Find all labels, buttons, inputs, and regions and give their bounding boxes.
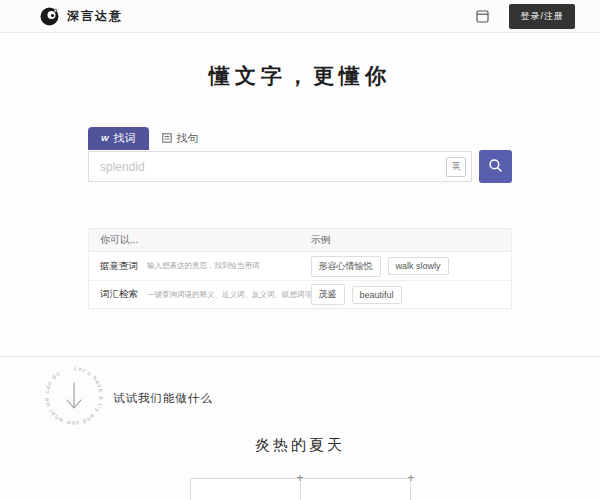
top-bar: 深言达意 登录/注册 (0, 0, 600, 33)
table-row: 词汇检索 一键查询词语的释义、近义词、反义词、联想词等 茂盛 beautiful (89, 280, 511, 308)
example-chip[interactable]: beautiful (352, 286, 402, 304)
search-button[interactable] (479, 150, 512, 183)
search-panel: W 找词 找句 英 (88, 127, 512, 309)
brand-logo-icon[interactable] (40, 7, 59, 26)
capabilities-table: 你可以... 示例 据意查词 输入想表达的意思，找到恰当用词 形容心情愉悦 wa… (88, 228, 512, 309)
column-header-you-can: 你可以... (89, 233, 311, 247)
result-card[interactable] (300, 479, 410, 500)
table-row: 据意查词 输入想表达的意思，找到恰当用词 形容心情愉悦 walk slowly (89, 252, 511, 280)
example-chip[interactable]: walk slowly (388, 257, 449, 275)
example-query-title: 炎热的夏天 (0, 436, 600, 455)
login-register-button[interactable]: 登录/注册 (509, 4, 575, 29)
column-header-examples: 示例 (311, 233, 511, 247)
topbar-actions: 登录/注册 (476, 4, 575, 29)
page-title: 懂文字，更懂你 (0, 62, 600, 90)
find-word-icon: W (101, 135, 109, 143)
capability-description: 一键查询词语的释义、近义词、反义词、联想词等 (147, 290, 311, 300)
result-card[interactable] (191, 479, 300, 500)
plus-corner-mark: + (296, 472, 303, 484)
search-box: 英 (88, 151, 472, 182)
mode-tabs: W 找词 找句 (88, 127, 512, 150)
magnifier-icon (488, 158, 503, 176)
circular-text-arrow-badge: Let's have a try and see what we can do … (42, 364, 106, 428)
capability-name: 词汇检索 (100, 288, 138, 301)
window-icon[interactable] (476, 10, 489, 23)
example-chip[interactable]: 茂盛 (311, 284, 345, 305)
search-input[interactable] (89, 160, 446, 174)
capabilities-header-row: 你可以... 示例 (89, 229, 511, 252)
example-chip[interactable]: 形容心情愉悦 (311, 256, 381, 277)
language-toggle[interactable]: 英 (446, 157, 466, 177)
plus-corner-mark: + (407, 472, 414, 484)
tab-find-word-label: 找词 (114, 131, 136, 146)
tab-find-word[interactable]: W 找词 (88, 127, 149, 150)
section-divider (0, 356, 600, 357)
try-label: 试试我们能做什么 (113, 391, 213, 406)
tab-find-sentence-label: 找句 (177, 131, 199, 146)
brand-name: 深言达意 (67, 8, 123, 25)
search-row: 英 (88, 150, 512, 183)
tab-find-sentence[interactable]: 找句 (149, 127, 212, 150)
capability-name: 据意查词 (100, 260, 138, 273)
capability-description: 输入想表达的意思，找到恰当用词 (147, 261, 260, 271)
down-arrow-icon (67, 383, 81, 408)
find-sentence-icon (162, 133, 172, 145)
